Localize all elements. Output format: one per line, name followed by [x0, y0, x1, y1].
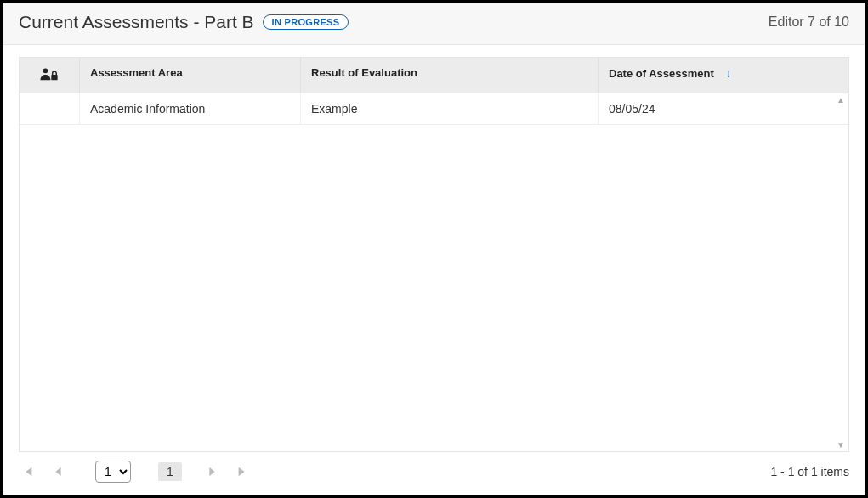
cell-lock	[20, 93, 79, 124]
assessments-table: Assessment Area Result of Evaluation Dat…	[19, 57, 849, 452]
column-header-date-label: Date of Assessment	[609, 67, 714, 80]
column-header-area[interactable]: Assessment Area	[79, 58, 300, 93]
cell-date: 08/05/24	[598, 93, 848, 124]
pager: 1 1 1 - 1 of 1 items	[3, 452, 865, 495]
editor-progress: Editor 7 of 10	[769, 14, 849, 30]
content-area: Assessment Area Result of Evaluation Dat…	[3, 45, 865, 452]
pager-last-button[interactable]	[233, 462, 252, 481]
editor-header: Current Assessments - Part B IN PROGRESS…	[3, 3, 865, 45]
pager-summary: 1 - 1 of 1 items	[770, 465, 849, 478]
scroll-down-icon[interactable]: ▼	[835, 440, 847, 450]
page-select[interactable]: 1	[95, 461, 131, 483]
table-header-row: Assessment Area Result of Evaluation Dat…	[20, 58, 848, 93]
pager-next-button[interactable]	[202, 462, 221, 481]
scroll-up-icon[interactable]: ▲	[835, 95, 847, 105]
svg-rect-1	[51, 75, 57, 80]
header-left: Current Assessments - Part B IN PROGRESS	[19, 12, 349, 32]
column-header-lock[interactable]	[20, 58, 79, 93]
column-header-result[interactable]: Result of Evaluation	[300, 58, 598, 93]
svg-point-0	[43, 68, 48, 73]
page-title: Current Assessments - Part B	[19, 12, 254, 32]
sort-asc-icon: ↓	[725, 66, 731, 80]
column-header-date[interactable]: Date of Assessment ↓	[598, 58, 848, 93]
pager-prev-button[interactable]	[49, 462, 68, 481]
table-body: Academic Information Example 08/05/24 ▲ …	[20, 93, 848, 451]
person-lock-icon	[40, 66, 59, 84]
cell-area: Academic Information	[79, 93, 300, 124]
table-row[interactable]: Academic Information Example 08/05/24	[20, 93, 848, 125]
status-badge: IN PROGRESS	[263, 14, 349, 30]
pager-first-button[interactable]	[19, 462, 37, 481]
app-frame: Current Assessments - Part B IN PROGRESS…	[0, 0, 868, 498]
current-page-indicator[interactable]: 1	[158, 462, 182, 481]
pager-controls: 1 1	[19, 461, 252, 483]
cell-result: Example	[300, 93, 598, 124]
